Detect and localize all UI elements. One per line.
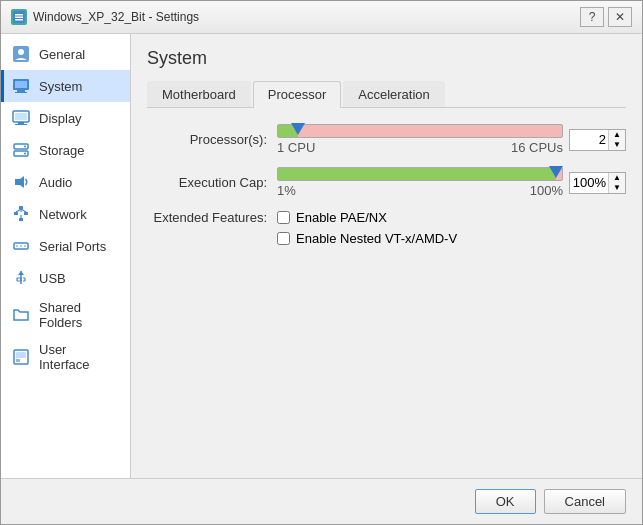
sidebar-item-storage[interactable]: Storage xyxy=(1,134,130,166)
svg-marker-32 xyxy=(18,271,24,275)
audio-icon xyxy=(11,172,31,192)
execution-cap-label: Execution Cap: xyxy=(147,175,277,190)
execution-cap-max-label: 100% xyxy=(530,183,563,198)
tab-processor[interactable]: Processor xyxy=(253,81,342,108)
sidebar-label-display: Display xyxy=(39,111,82,126)
execution-cap-control: 1% 100% ▲ ▼ xyxy=(277,167,626,198)
tab-acceleration[interactable]: Acceleration xyxy=(343,81,445,107)
processor-tab-content: Processor(s): 1 CPU 16 CPUs xyxy=(147,124,626,464)
svg-rect-3 xyxy=(15,19,23,21)
ok-button[interactable]: OK xyxy=(475,489,536,514)
checkbox-item-pae[interactable]: Enable PAE/NX xyxy=(277,210,457,225)
svg-marker-18 xyxy=(15,176,24,188)
sidebar-item-display[interactable]: Display xyxy=(1,102,130,134)
processors-row: Processor(s): 1 CPU 16 CPUs xyxy=(147,124,626,155)
execution-cap-decrement[interactable]: ▼ xyxy=(609,183,625,193)
processors-decrement[interactable]: ▼ xyxy=(609,140,625,150)
svg-point-28 xyxy=(16,245,18,247)
serial-ports-icon xyxy=(11,236,31,256)
processors-slider-track[interactable] xyxy=(277,124,563,138)
settings-window: Windows_XP_32_Bit - Settings ? ✕ General… xyxy=(0,0,643,525)
user-interface-icon xyxy=(11,347,31,367)
usb-icon xyxy=(11,268,31,288)
execution-cap-increment[interactable]: ▲ xyxy=(609,173,625,183)
processors-increment[interactable]: ▲ xyxy=(609,130,625,140)
cancel-button[interactable]: Cancel xyxy=(544,489,626,514)
close-button[interactable]: ✕ xyxy=(608,7,632,27)
sidebar-item-usb[interactable]: USB xyxy=(1,262,130,294)
execution-cap-slider-labels: 1% 100% xyxy=(277,183,563,198)
svg-rect-11 xyxy=(15,113,27,120)
window-body: General System Display Sto xyxy=(1,34,642,478)
extended-features-label: Extended Features: xyxy=(147,210,277,225)
svg-rect-19 xyxy=(19,206,23,209)
pae-label: Enable PAE/NX xyxy=(296,210,387,225)
help-button[interactable]: ? xyxy=(580,7,604,27)
vtx-checkbox[interactable] xyxy=(277,232,290,245)
display-icon xyxy=(11,108,31,128)
sidebar-item-audio[interactable]: Audio xyxy=(1,166,130,198)
svg-line-25 xyxy=(21,209,26,212)
execution-cap-spinner-buttons: ▲ ▼ xyxy=(608,173,625,193)
execution-cap-row: Execution Cap: 1% 100% xyxy=(147,167,626,198)
svg-rect-12 xyxy=(18,122,24,124)
execution-cap-slider-thumb[interactable] xyxy=(549,166,563,178)
sidebar-label-general: General xyxy=(39,47,85,62)
pae-checkbox[interactable] xyxy=(277,211,290,224)
extended-features-row: Extended Features: Enable PAE/NX Enable … xyxy=(147,210,626,246)
processors-spinner-buttons: ▲ ▼ xyxy=(608,130,625,150)
execution-cap-input[interactable] xyxy=(570,173,608,193)
sidebar-label-usb: USB xyxy=(39,271,66,286)
processors-control: 1 CPU 16 CPUs ▲ ▼ xyxy=(277,124,626,155)
sidebar-label-storage: Storage xyxy=(39,143,85,158)
system-icon xyxy=(11,76,31,96)
svg-point-29 xyxy=(20,245,22,247)
sidebar-item-system[interactable]: System xyxy=(1,70,130,102)
title-bar: Windows_XP_32_Bit - Settings ? ✕ xyxy=(1,1,642,34)
svg-point-5 xyxy=(18,49,24,55)
svg-rect-9 xyxy=(15,92,27,93)
sidebar-label-serial-ports: Serial Ports xyxy=(39,239,106,254)
svg-rect-13 xyxy=(15,124,27,125)
sidebar-label-shared-folders: Shared Folders xyxy=(39,300,120,330)
main-content: System Motherboard Processor Acceleratio… xyxy=(131,34,642,478)
sidebar-item-shared-folders[interactable]: Shared Folders xyxy=(1,294,130,336)
svg-line-24 xyxy=(16,209,21,212)
processors-slider-container: 1 CPU 16 CPUs xyxy=(277,124,563,155)
storage-icon xyxy=(11,140,31,160)
svg-rect-1 xyxy=(15,14,23,16)
svg-rect-8 xyxy=(17,90,25,92)
processors-min-label: 1 CPU xyxy=(277,140,315,155)
svg-rect-20 xyxy=(14,212,18,215)
sidebar-item-user-interface[interactable]: User Interface xyxy=(1,336,130,378)
shared-folders-icon xyxy=(11,305,31,325)
processors-input[interactable] xyxy=(570,130,608,150)
svg-rect-2 xyxy=(15,17,23,19)
sidebar-item-general[interactable]: General xyxy=(1,38,130,70)
window-title: Windows_XP_32_Bit - Settings xyxy=(33,10,199,24)
tab-motherboard[interactable]: Motherboard xyxy=(147,81,251,107)
sidebar-label-user-interface: User Interface xyxy=(39,342,120,372)
app-icon xyxy=(11,9,27,25)
processors-max-label: 16 CPUs xyxy=(511,140,563,155)
execution-cap-min-label: 1% xyxy=(277,183,296,198)
vtx-label: Enable Nested VT-x/AMD-V xyxy=(296,231,457,246)
sidebar-label-system: System xyxy=(39,79,82,94)
processors-spinner[interactable]: ▲ ▼ xyxy=(569,129,626,151)
processors-slider-thumb[interactable] xyxy=(291,123,305,135)
svg-rect-33 xyxy=(17,278,21,281)
window-footer: OK Cancel xyxy=(1,478,642,524)
page-title: System xyxy=(147,48,626,69)
svg-rect-22 xyxy=(19,218,23,221)
sidebar-item-network[interactable]: Network xyxy=(1,198,130,230)
svg-point-16 xyxy=(24,146,26,148)
svg-point-30 xyxy=(24,245,26,247)
sidebar-item-serial-ports[interactable]: Serial Ports xyxy=(1,230,130,262)
execution-cap-spinner[interactable]: ▲ ▼ xyxy=(569,172,626,194)
svg-rect-21 xyxy=(24,212,28,215)
execution-cap-slider-track[interactable] xyxy=(277,167,563,181)
checkbox-item-vtx[interactable]: Enable Nested VT-x/AMD-V xyxy=(277,231,457,246)
sidebar-label-audio: Audio xyxy=(39,175,72,190)
extended-features-checkboxes: Enable PAE/NX Enable Nested VT-x/AMD-V xyxy=(277,210,457,246)
svg-rect-7 xyxy=(15,81,27,88)
